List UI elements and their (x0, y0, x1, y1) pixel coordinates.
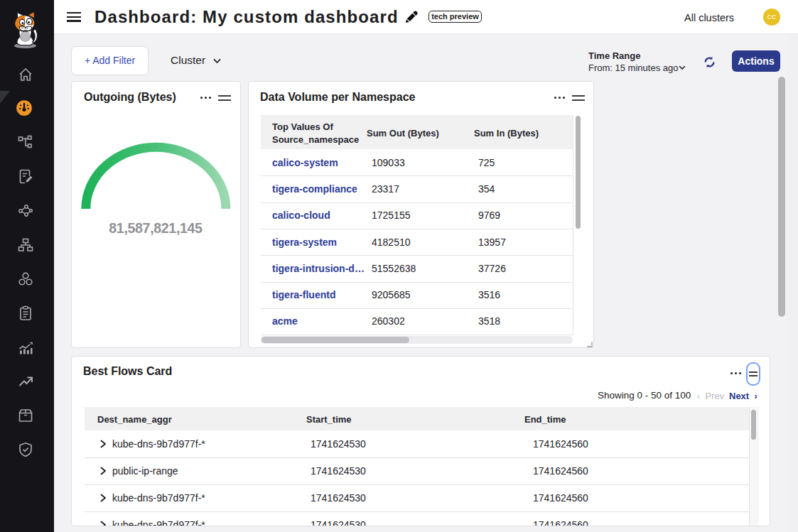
svg-text:81,587,821,145: 81,587,821,145 (109, 220, 203, 236)
